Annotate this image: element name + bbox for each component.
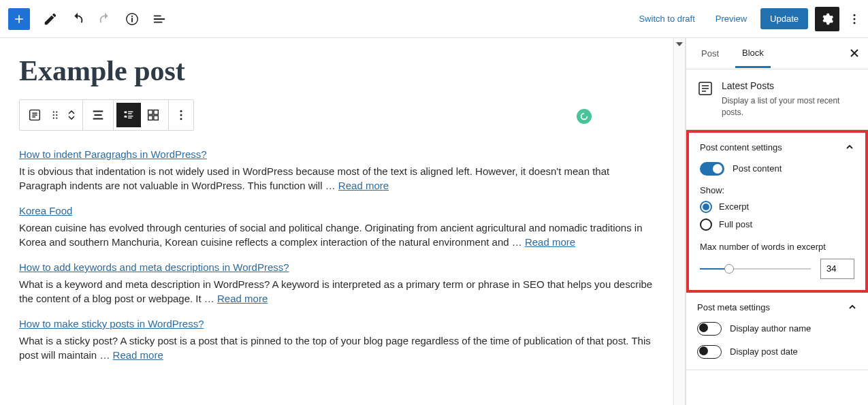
posts-block-icon [27, 108, 42, 123]
drag-icon [49, 109, 61, 121]
list-layout-icon [121, 108, 136, 123]
svg-point-10 [56, 114, 57, 116]
top-right-tools: Switch to draft Preview Update [632, 7, 863, 31]
drag-handle-button[interactable] [47, 103, 63, 127]
latest-posts-block[interactable]: How to indent Paragraghs in WordPress? I… [19, 143, 654, 362]
svg-point-25 [180, 118, 182, 120]
block-more-button[interactable] [172, 103, 191, 127]
preview-button[interactable]: Preview [709, 10, 754, 28]
list-view-toggle[interactable] [116, 103, 141, 127]
read-more-link[interactable]: Read more [113, 349, 163, 361]
svg-rect-17 [128, 116, 133, 116]
svg-rect-21 [148, 116, 152, 120]
main-area: Example post [0, 38, 868, 405]
redo-button[interactable] [93, 7, 117, 31]
read-more-link[interactable]: Read more [217, 293, 268, 304]
settings-button[interactable] [815, 7, 839, 31]
update-button[interactable]: Update [760, 8, 808, 29]
max-words-label: Max number of words in excerpt [700, 242, 854, 252]
svg-point-4 [854, 18, 856, 20]
svg-point-12 [56, 117, 57, 118]
document-overview-collapse[interactable] [673, 38, 686, 405]
switch-to-draft-button[interactable]: Switch to draft [632, 10, 701, 28]
post-excerpt: It is obvious that indentation is not wi… [19, 164, 654, 193]
tab-block[interactable]: Block [735, 39, 771, 68]
radio-full-post[interactable]: Full post [700, 218, 854, 231]
chevron-up-icon [68, 110, 75, 114]
info-icon [125, 12, 140, 27]
panel-toggle[interactable]: Post meta settings [686, 293, 868, 322]
post-excerpt: What is a keyword and meta description i… [19, 277, 654, 306]
page-title[interactable]: Example post [19, 54, 654, 87]
redo-icon [97, 12, 112, 27]
post-title-link[interactable]: Korea Food [19, 205, 72, 216]
editor-canvas[interactable]: Example post [0, 38, 673, 405]
undo-icon [70, 12, 85, 27]
post-excerpt: What is a sticky post? A sticky post is … [19, 334, 654, 362]
more-options-button[interactable] [846, 7, 863, 31]
post-title-link[interactable]: How to make sticky posts in WordPress? [19, 318, 204, 329]
block-info-desc: Display a list of your most recent posts… [722, 95, 857, 118]
chevron-up-icon [845, 142, 854, 152]
grammarly-badge[interactable] [577, 109, 592, 124]
radio-excerpt[interactable]: Excerpt [700, 201, 854, 213]
undo-button[interactable] [65, 7, 90, 31]
svg-point-7 [53, 111, 54, 112]
info-button[interactable] [120, 7, 144, 31]
block-toolbar [19, 99, 194, 131]
settings-sidebar: Post Block Latest Posts Display a list o… [686, 38, 868, 405]
align-button[interactable] [86, 103, 110, 127]
move-up-down-button[interactable] [63, 103, 80, 127]
svg-rect-16 [125, 116, 127, 118]
add-block-button[interactable] [8, 8, 30, 30]
panel-toggle[interactable]: Post content settings [689, 133, 865, 162]
grammarly-icon [579, 112, 589, 121]
svg-rect-1 [131, 18, 133, 22]
svg-rect-13 [125, 112, 127, 114]
radio-label: Full post [719, 219, 752, 229]
chevron-down-icon [676, 42, 683, 46]
block-type-button[interactable] [22, 103, 47, 127]
display-author-toggle[interactable] [697, 322, 722, 336]
block-info-title: Latest Posts [722, 80, 857, 91]
chevron-down-icon [68, 116, 75, 120]
panel-title: Post meta settings [697, 302, 770, 312]
post-title-link[interactable]: How to add keywords and meta description… [19, 261, 289, 273]
chevron-up-icon [848, 302, 857, 312]
grid-layout-icon [146, 108, 161, 123]
post-meta-settings-panel: Post meta settings Display author name D… [686, 293, 868, 370]
post-title-link[interactable]: How to indent Paragraghs in WordPress? [19, 148, 207, 160]
max-words-input[interactable] [820, 259, 854, 279]
latest-posts-icon [697, 80, 713, 97]
kebab-icon [848, 12, 861, 26]
close-sidebar-button[interactable] [846, 45, 863, 61]
radio-input[interactable] [700, 201, 712, 213]
post-content-settings-panel: Post content settings Post content Show:… [686, 130, 868, 293]
tab-post[interactable]: Post [694, 40, 726, 67]
sidebar-tabs: Post Block [686, 38, 868, 69]
list-view-button[interactable] [147, 7, 172, 31]
svg-rect-20 [154, 110, 158, 114]
svg-point-8 [56, 111, 57, 112]
read-more-link[interactable]: Read more [525, 236, 575, 248]
edit-tool-button[interactable] [38, 7, 63, 31]
svg-rect-22 [154, 116, 158, 120]
max-words-slider[interactable] [700, 268, 811, 270]
radio-label: Excerpt [719, 201, 749, 212]
toggle-label: Display author name [730, 323, 811, 334]
read-more-link[interactable]: Read more [338, 180, 389, 191]
grid-view-toggle[interactable] [141, 103, 165, 127]
radio-input[interactable] [700, 218, 712, 231]
toggle-label: Display post date [730, 346, 798, 357]
post-content-toggle[interactable] [700, 162, 724, 176]
svg-point-24 [180, 114, 182, 116]
svg-rect-18 [128, 118, 132, 118]
display-date-toggle[interactable] [697, 345, 722, 359]
plus-icon [12, 12, 26, 26]
panel-title: Post content settings [700, 142, 782, 152]
svg-point-11 [53, 117, 54, 118]
editor-top-bar: Switch to draft Preview Update [0, 0, 868, 38]
svg-point-5 [854, 22, 856, 24]
pencil-icon [43, 12, 58, 27]
gear-icon [820, 12, 834, 26]
